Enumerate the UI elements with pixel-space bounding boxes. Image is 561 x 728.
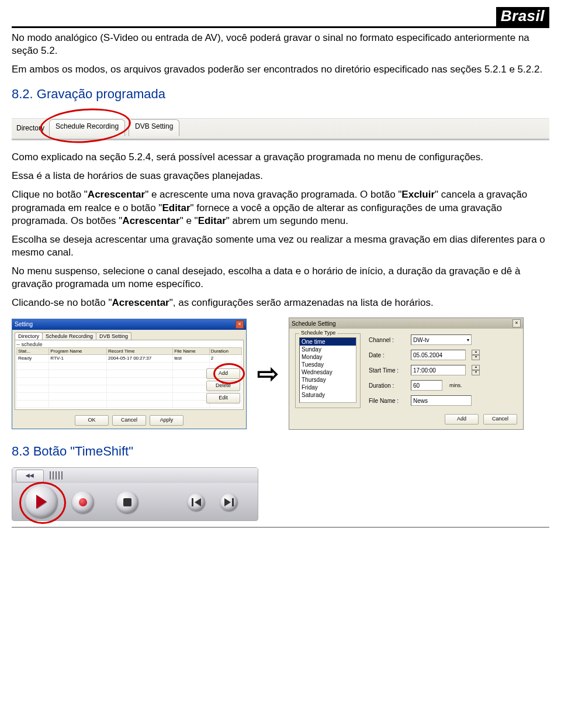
channel-label: Channel : xyxy=(369,337,406,343)
play-button[interactable] xyxy=(25,485,58,518)
list-item[interactable]: Tuesday xyxy=(300,361,356,368)
schedule-type-listbox[interactable]: One time Sunday Monday Tuesday Wednesday… xyxy=(299,337,356,403)
file-name-label: File Name : xyxy=(369,398,406,404)
file-name-input[interactable]: News xyxy=(411,395,472,406)
prev-button[interactable] xyxy=(188,494,205,511)
arrow-right-icon: ⇨ xyxy=(255,361,280,387)
cancel-button[interactable]: Cancel xyxy=(112,415,146,426)
edit-button[interactable]: Edit xyxy=(206,393,240,403)
skip-prev-icon xyxy=(192,498,201,506)
tab-schedule-recording[interactable]: Schedule Recording xyxy=(42,332,96,340)
table-row[interactable]: Ready RTV-1 2004-05-17 00:27:37 test 2 xyxy=(17,354,242,362)
section-8-2-title: 8.2. Gravação programada xyxy=(12,87,549,102)
stop-button[interactable] xyxy=(116,491,138,513)
tab-directory-label: Directory xyxy=(16,124,44,132)
intro-paragraph-1: No modo analógico (S-Video ou entrada de… xyxy=(12,32,549,57)
setting-titlebar: Setting × xyxy=(12,319,246,330)
apply-button[interactable]: Apply xyxy=(150,415,183,426)
intro-paragraph-2: Em ambos os modos, os arquivos gravados … xyxy=(12,63,549,76)
header-bar: Brasil xyxy=(12,7,549,28)
record-icon xyxy=(79,498,87,506)
date-spinner[interactable]: ▴▾ xyxy=(472,350,480,360)
tab-directory[interactable]: Directory xyxy=(15,332,43,340)
next-button[interactable] xyxy=(220,494,238,511)
body-8-2-p2: Essa é a lista de horários de suas grava… xyxy=(12,170,549,182)
close-icon[interactable]: × xyxy=(236,320,244,329)
body-8-2-p3: Clique no botão "Acrescentar" e acrescen… xyxy=(12,188,549,227)
schedule-list-label: -- schedule xyxy=(16,341,242,347)
slider-ticks-icon xyxy=(50,471,63,479)
schedule-setting-titlebar: Schedule Setting × xyxy=(289,318,523,329)
add-button[interactable]: Add xyxy=(445,414,479,425)
figure-dialogs-row: Setting × Directory Schedule Recording D… xyxy=(12,318,549,430)
list-item[interactable]: One time xyxy=(300,338,356,346)
close-icon[interactable]: × xyxy=(512,319,521,327)
list-item[interactable]: Sunday xyxy=(300,346,356,353)
list-item[interactable]: Monday xyxy=(300,353,356,361)
section-8-3-title: 8.3 Botão "TimeShift" xyxy=(12,444,549,459)
body-8-2-p6: Clicando-se no botão "Acrescentar", as c… xyxy=(12,296,549,309)
duration-label: Duration : xyxy=(369,382,406,389)
delete-button[interactable]: Delete xyxy=(206,381,240,391)
footer-divider xyxy=(12,527,549,527)
stop-icon xyxy=(123,498,131,506)
ok-button[interactable]: OK xyxy=(75,415,109,426)
tab-dvb-setting[interactable]: DVB Setting xyxy=(129,119,179,136)
setting-window: Setting × Directory Schedule Recording D… xyxy=(12,319,247,429)
start-time-label: Start Time : xyxy=(369,367,406,374)
date-label: Date : xyxy=(369,352,406,358)
rewind-button[interactable]: ◂◂ xyxy=(16,470,44,482)
date-input[interactable]: 05.05.2004 xyxy=(411,350,466,360)
play-icon xyxy=(36,495,47,509)
schedule-setting-window: Schedule Setting × Schedule Type One tim… xyxy=(289,318,524,430)
body-8-2-p1: Como explicado na seção 5.2.4, será poss… xyxy=(12,151,549,164)
list-item[interactable]: Saturady xyxy=(300,391,356,399)
start-time-input[interactable]: 17:00:00 xyxy=(411,365,466,375)
cancel-button[interactable]: Cancel xyxy=(483,414,517,425)
figure-tabs: Directory Schedule Recording DVB Setting xyxy=(12,110,549,142)
channel-select[interactable]: DW-tv▾ xyxy=(411,334,472,345)
player-bar: ◂◂ xyxy=(12,467,258,521)
skip-next-icon xyxy=(224,498,234,506)
list-item[interactable]: Thursday xyxy=(300,376,356,384)
body-8-2-p5: No menu suspenso, selecione o canal dese… xyxy=(12,265,549,291)
body-8-2-p4: Escolha se deseja acrescentar uma gravaç… xyxy=(12,233,549,259)
record-button[interactable] xyxy=(72,491,94,513)
tab-schedule-recording[interactable]: Schedule Recording xyxy=(49,119,125,136)
tab-dvb-setting[interactable]: DVB Setting xyxy=(96,332,131,340)
list-item[interactable]: Friday xyxy=(300,384,356,391)
brand-badge: Brasil xyxy=(496,7,549,26)
duration-input[interactable]: 60 xyxy=(411,380,442,391)
start-time-spinner[interactable]: ▴▾ xyxy=(472,365,480,375)
add-button[interactable]: Add xyxy=(206,368,240,379)
list-item[interactable]: Wednesday xyxy=(300,368,356,376)
schedule-type-group: Schedule Type One time Sunday Monday Tue… xyxy=(295,333,361,408)
chevron-down-icon: ▾ xyxy=(467,337,469,343)
